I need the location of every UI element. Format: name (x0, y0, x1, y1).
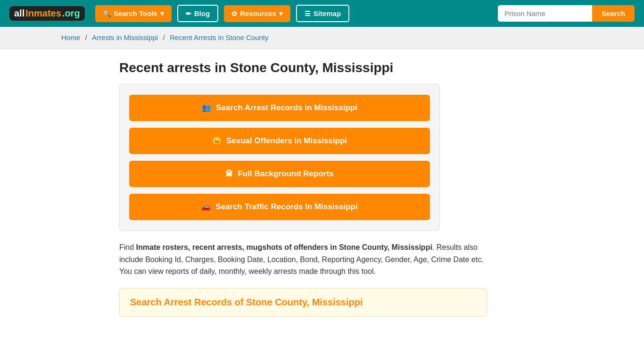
section-box-title: Search Arrest Records of Stone County, M… (130, 297, 476, 308)
search-tools-button[interactable]: Search Tools ▾ (95, 5, 172, 22)
desc-prefix: Find (119, 243, 136, 251)
search-arrest-records-button[interactable]: Search Arrest Records in Mississippi (129, 95, 430, 121)
resources-button[interactable]: Resources ▾ (224, 5, 290, 22)
search-tools-icon (103, 9, 111, 17)
search-tools-label: Search Tools (114, 9, 157, 17)
offender-icon (212, 136, 222, 146)
breadcrumb-arrests-ms[interactable]: Arrests in Mississippi (92, 33, 158, 41)
blog-label: Blog (194, 9, 210, 17)
report-icon (225, 169, 233, 179)
prison-search-button[interactable]: Search (592, 5, 635, 22)
dropdown-arrow: ▾ (160, 9, 164, 18)
breadcrumb-sep-2: / (163, 33, 165, 41)
search-arrest-records-label: Search Arrest Records in Mississippi (216, 103, 357, 113)
header-search-area: Search (498, 5, 635, 22)
sexual-offenders-label: Sexual Offenders in Mississippi (226, 136, 347, 146)
main-content: Recent arrests in Stone County, Mississi… (110, 49, 534, 328)
car-icon (201, 202, 211, 212)
resources-label: Resources (240, 9, 276, 17)
page-title: Recent arrests in Stone County, Mississi… (119, 60, 525, 75)
people-icon (202, 103, 211, 113)
breadcrumb-current: Recent Arrests in Stone County (170, 33, 268, 41)
traffic-records-label: Search Traffic Records In Mississippi (215, 202, 357, 212)
traffic-records-button[interactable]: Search Traffic Records In Mississippi (129, 194, 430, 220)
resources-dropdown-arrow: ▾ (279, 9, 283, 18)
background-reports-button[interactable]: Full Background Reports (129, 161, 430, 187)
action-button-card: Search Arrest Records in Mississippi Sex… (119, 84, 440, 231)
blog-icon (186, 9, 191, 17)
site-header: all Inmates .org Search Tools ▾ Blog Res… (0, 0, 644, 27)
section-box: Search Arrest Records of Stone County, M… (119, 288, 487, 317)
sitemap-button[interactable]: Sitemap (296, 5, 349, 22)
blog-button[interactable]: Blog (177, 5, 218, 22)
breadcrumb: Home / Arrests in Mississippi / Recent A… (0, 27, 644, 49)
desc-bold: Inmate rosters, recent arrests, mugshots… (136, 243, 432, 251)
breadcrumb-home[interactable]: Home (61, 33, 80, 41)
logo-text-all: all (14, 8, 25, 19)
logo-text-inmates: Inmates (25, 8, 61, 19)
logo-text-org: .org (62, 8, 80, 19)
sexual-offenders-button[interactable]: Sexual Offenders in Mississippi (129, 128, 430, 154)
sitemap-label: Sitemap (314, 9, 341, 17)
description: Find Inmate rosters, recent arrests, mug… (119, 241, 487, 278)
breadcrumb-sep-1: / (85, 33, 87, 41)
resources-icon (231, 9, 237, 17)
prison-search-input[interactable] (498, 5, 592, 22)
logo[interactable]: all Inmates .org (9, 6, 85, 21)
background-reports-label: Full Background Reports (238, 169, 333, 179)
sitemap-icon (305, 9, 311, 17)
